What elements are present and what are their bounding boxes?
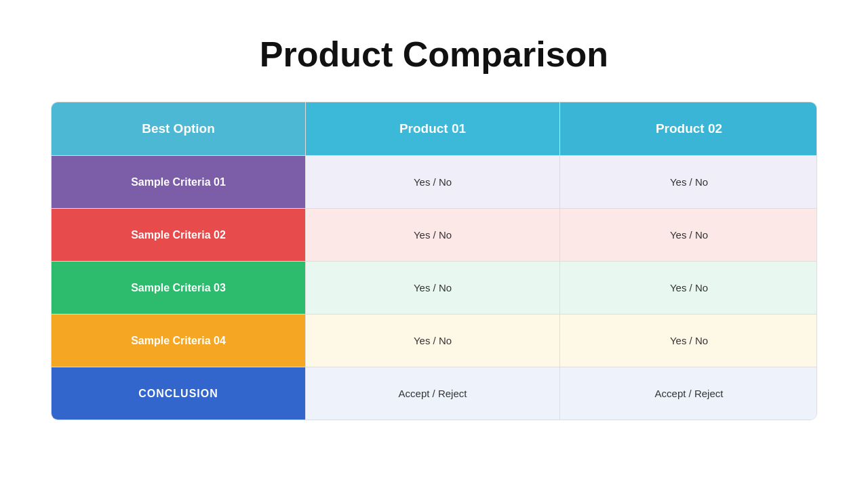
table-body: Sample Criteria 01 Yes / No Yes / No Sam… <box>52 156 816 420</box>
product01-cell-4: Yes / No <box>306 314 560 367</box>
table-row: Sample Criteria 01 Yes / No Yes / No <box>52 156 816 209</box>
criteria-cell-2: Sample Criteria 02 <box>52 209 306 261</box>
product01-cell-3: Yes / No <box>306 262 560 314</box>
product01-cell-2: Yes / No <box>306 209 560 261</box>
table-header-row: Best Option Product 01 Product 02 <box>52 102 816 156</box>
product02-cell-5: Accept / Reject <box>560 367 817 420</box>
table-row: Sample Criteria 04 Yes / No Yes / No <box>52 314 816 367</box>
header-product-01: Product 01 <box>306 102 560 155</box>
page-title: Product Comparison <box>260 34 608 75</box>
product02-cell-2: Yes / No <box>560 209 817 261</box>
criteria-cell-3: Sample Criteria 03 <box>52 262 306 314</box>
table-row: Sample Criteria 02 Yes / No Yes / No <box>52 209 816 262</box>
criteria-cell-4: Sample Criteria 04 <box>52 314 306 367</box>
header-product-02: Product 02 <box>560 102 817 155</box>
product02-cell-3: Yes / No <box>560 262 817 314</box>
product02-cell-4: Yes / No <box>560 314 817 367</box>
criteria-cell-5: CONCLUSION <box>52 367 306 420</box>
product02-cell-1: Yes / No <box>560 156 817 208</box>
product01-cell-1: Yes / No <box>306 156 560 208</box>
criteria-cell-1: Sample Criteria 01 <box>52 156 306 208</box>
table-row: CONCLUSION Accept / Reject Accept / Reje… <box>52 367 816 420</box>
header-best-option: Best Option <box>52 102 306 155</box>
comparison-table: Best Option Product 01 Product 02 Sample… <box>51 102 817 420</box>
table-row: Sample Criteria 03 Yes / No Yes / No <box>52 262 816 314</box>
product01-cell-5: Accept / Reject <box>306 367 560 420</box>
